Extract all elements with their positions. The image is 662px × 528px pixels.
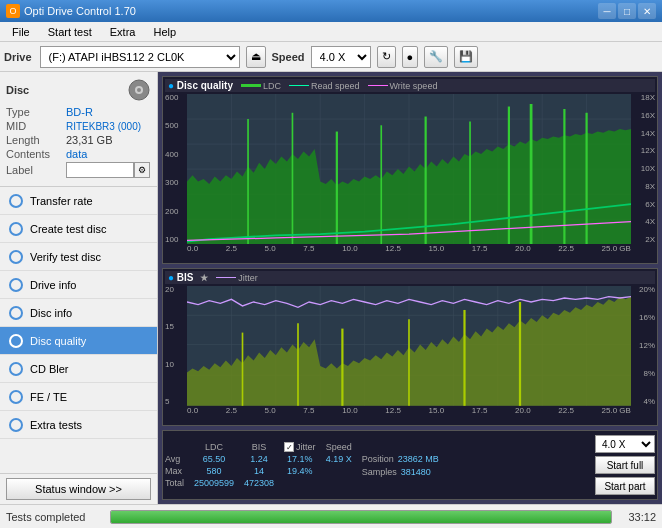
eject-button[interactable]: ⏏ [246,46,266,68]
type-label: Type [6,106,66,118]
sidebar-item-verify-test-disc[interactable]: Verify test disc [0,243,157,271]
status-window-button[interactable]: Status window >> [6,478,151,500]
close-button[interactable]: ✕ [638,3,656,19]
speed-selector[interactable]: 4.0 X 1.0 X 2.0 X 8.0 X [595,435,655,453]
tools-button[interactable]: 🔧 [424,46,448,68]
sidebar-item-disc-quality[interactable]: Disc quality [0,327,157,355]
bis-max: 14 [244,466,274,476]
ldc-col-header: LDC [194,442,234,452]
speed-select[interactable]: 4.0 X 1.0 X 2.0 X 8.0 X [311,46,371,68]
refresh-button[interactable]: ↻ [377,46,396,68]
cd-bler-icon [8,361,24,377]
disc-info-icon [8,305,24,321]
type-value: BD-R [66,106,151,118]
sidebar-item-fe-te[interactable]: FE / TE [0,383,157,411]
sidebar-item-extra-tests[interactable]: Extra tests [0,411,157,439]
jitter-checkbox[interactable]: ✓ [284,442,294,452]
stats-panel: LDC BIS ✓ Jitter Speed Avg 65.50 1.24 17… [162,430,658,500]
speed-max [326,466,352,476]
ldc-legend: LDC [241,81,281,91]
chart1-y-right: 18X 16X 14X 12X 10X 8X 6X 4X 2X [631,94,655,244]
jitter-col-header: ✓ Jitter [284,442,316,452]
verify-test-disc-icon [8,249,24,265]
sidebar-item-drive-info[interactable]: Drive info [0,271,157,299]
contents-label: Contents [6,148,66,160]
position-value: 23862 MB [398,454,439,464]
ldc-avg: 65.50 [194,454,234,464]
chart1-svg [187,94,631,244]
start-part-button[interactable]: Start part [595,477,655,495]
ldc-total: 25009599 [194,478,234,488]
menu-help[interactable]: Help [145,24,184,40]
toolbar: Drive (F:) ATAPI iHBS112 2 CL0K ⏏ Speed … [0,42,662,72]
start-full-button[interactable]: Start full [595,456,655,474]
nav-label-transfer-rate: Transfer rate [30,195,93,207]
burn-button[interactable]: ● [402,46,419,68]
sidebar-item-cd-bler[interactable]: CD Bler [0,355,157,383]
nav-label-cd-bler: CD Bler [30,363,69,375]
ldc-max: 580 [194,466,234,476]
samples-label: Samples [362,467,397,477]
app-icon: O [6,4,20,18]
position-samples: Position 23862 MB Samples 381480 [362,454,439,477]
label-edit-button[interactable]: ⚙ [134,162,150,178]
sidebar-nav: Transfer rate Create test disc Verify te… [0,187,157,473]
length-value: 23,31 GB [66,134,151,146]
nav-label-fe-te: FE / TE [30,391,67,403]
status-text: Tests completed [6,511,106,523]
fe-te-icon [8,389,24,405]
sidebar-item-disc-info[interactable]: Disc info [0,299,157,327]
action-panel: 4.0 X 1.0 X 2.0 X 8.0 X Start full Start… [595,435,655,495]
total-row-label: Total [165,478,184,488]
label-label: Label [6,164,66,176]
nav-label-drive-info: Drive info [30,279,76,291]
progress-bar-container [110,510,612,524]
chart1-title: ● Disc quality [168,80,233,91]
samples-row: Samples 381480 [362,467,439,477]
app-title: Opti Drive Control 1.70 [24,5,136,17]
jitter-max: 19.4% [284,466,316,476]
chart-panel-1: ● Disc quality LDC Read speed Write spee… [162,76,658,264]
speed-total [326,478,352,488]
save-button[interactable]: 💾 [454,46,478,68]
drive-select[interactable]: (F:) ATAPI iHBS112 2 CL0K [40,46,240,68]
label-input[interactable] [66,162,134,178]
sidebar-item-create-test-disc[interactable]: Create test disc [0,215,157,243]
menu-file[interactable]: File [4,24,38,40]
sidebar-item-transfer-rate[interactable]: Transfer rate [0,187,157,215]
empty-cell [165,442,184,452]
bis-total: 472308 [244,478,274,488]
menu-start-test[interactable]: Start test [40,24,100,40]
mid-label: MID [6,120,66,132]
svg-point-2 [137,88,141,92]
maximize-button[interactable]: □ [618,3,636,19]
minimize-button[interactable]: ─ [598,3,616,19]
read-speed-legend-label: Read speed [311,81,360,91]
transfer-rate-icon [8,193,24,209]
drive-info-icon [8,277,24,293]
samples-value: 381480 [401,467,431,477]
jitter-legend-label: Jitter [238,273,258,283]
bottom-bar: Tests completed 33:12 [0,504,662,528]
chart1-y-left: 600 500 400 300 200 100 [165,94,187,244]
chart1-header: ● Disc quality LDC Read speed Write spee… [165,79,655,92]
speed-label: Speed [272,51,305,63]
chart1-x-labels: 0.0 2.5 5.0 7.5 10.0 12.5 15.0 17.5 20.0… [187,244,631,258]
menu-extra[interactable]: Extra [102,24,144,40]
length-label: Length [6,134,66,146]
title-bar: O Opti Drive Control 1.70 ─ □ ✕ [0,0,662,22]
jitter-avg: 17.1% [284,454,316,464]
max-row-label: Max [165,466,184,476]
chart2-header: ● BIS ★ Jitter [165,271,655,284]
menu-bar: File Start test Extra Help [0,22,662,42]
disc-section-label: Disc [6,84,29,96]
read-speed-legend: Read speed [289,81,360,91]
avg-row-label: Avg [165,454,184,464]
create-test-disc-icon [8,221,24,237]
speed-avg: 4.19 X [326,454,352,464]
nav-label-disc-info: Disc info [30,307,72,319]
chart2-svg [187,286,631,406]
speed-col-header: Speed [326,442,352,452]
status-section: Status window >> [0,473,157,504]
sidebar: Disc Type BD-R MID RITEKBR3 (000) Length… [0,72,158,504]
